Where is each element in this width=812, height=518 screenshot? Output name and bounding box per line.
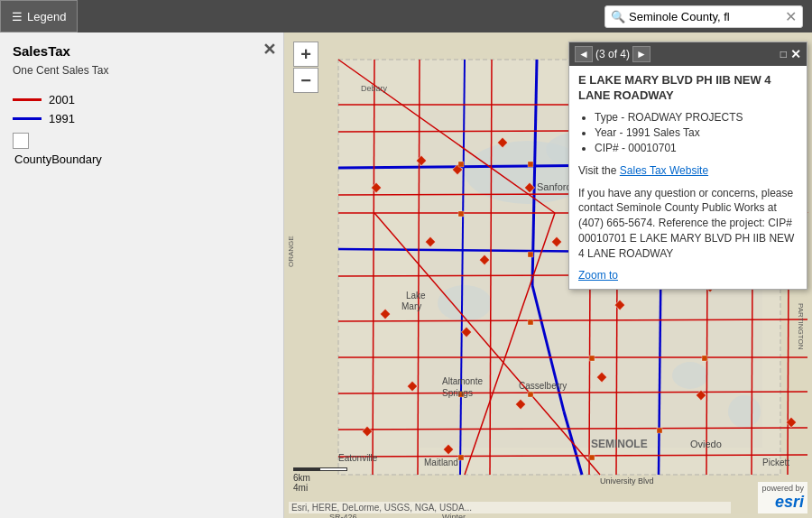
- svg-text:Mary: Mary: [401, 301, 421, 311]
- svg-text:Pickett: Pickett: [762, 458, 789, 467]
- svg-text:Debary: Debary: [361, 84, 388, 93]
- legend-boundary-row: [13, 133, 271, 149]
- svg-text:Eatonville: Eatonville: [338, 453, 378, 463]
- svg-text:SEMINOLE: SEMINOLE: [591, 438, 648, 450]
- popup-zoom-link[interactable]: Zoom to: [578, 269, 618, 282]
- svg-rect-65: [458, 162, 464, 167]
- sidebar-subtitle: One Cent Sales Tax: [0, 62, 283, 86]
- legend-label-1991: 1991: [49, 112, 75, 125]
- legend-boundary-label: CountyBoundary: [13, 153, 271, 166]
- svg-rect-78: [589, 455, 595, 460]
- legend-label-2001: 2001: [49, 93, 75, 106]
- sales-tax-link[interactable]: Sales Tax Website: [620, 164, 708, 177]
- popup-body: E LAKE MARY BLVD PH IIB NEW 4 LANE ROADW…: [569, 66, 807, 289]
- svg-rect-69: [458, 211, 464, 217]
- popup-nav-label: (3 of 4): [595, 48, 630, 60]
- svg-rect-64: [528, 162, 533, 167]
- powered-by-text: powered by: [761, 484, 804, 493]
- legend-icon: ☰: [12, 10, 23, 23]
- legend-line-red: [13, 98, 42, 101]
- attribution-text: Esri, HERE, DeLorme, USGS, NGA, USDA...: [289, 502, 731, 513]
- zoom-in-button[interactable]: +: [293, 42, 318, 67]
- svg-rect-73: [589, 356, 595, 361]
- search-input[interactable]: [629, 10, 781, 23]
- sidebar-title: SalesTax: [0, 32, 283, 62]
- popup-attribute-year: Year - 1991 Sales Tax: [595, 126, 798, 139]
- svg-rect-72: [528, 319, 533, 325]
- sidebar: ✕ SalesTax One Cent Sales Tax 2001 1991 …: [0, 32, 284, 518]
- svg-rect-77: [657, 428, 662, 433]
- popup-close-button[interactable]: ✕: [790, 47, 801, 61]
- popup-header: ◄ (3 of 4) ► □ ✕: [569, 42, 807, 66]
- zoom-out-button[interactable]: −: [293, 68, 318, 93]
- popup-title: E LAKE MARY BLVD PH IIB NEW 4 LANE ROADW…: [578, 73, 798, 104]
- popup-attribute-type: Type - ROADWAY PROJECTS: [595, 111, 798, 124]
- scale-km-label: 6km: [293, 473, 310, 483]
- header: ☰ Legend 🔍 ✕: [0, 0, 812, 32]
- svg-text:Lake: Lake: [406, 291, 426, 301]
- map-controls: + −: [293, 42, 318, 93]
- scale-bar: 6km 4mi: [293, 467, 347, 493]
- search-icon: 🔍: [611, 10, 625, 23]
- map-container: Sanford Orlando Sanford Intl Airport Lak…: [284, 32, 812, 518]
- popup-attributes-list: Type - ROADWAY PROJECTS Year - 1991 Sale…: [595, 111, 798, 154]
- svg-text:University Blvd: University Blvd: [600, 476, 654, 486]
- svg-rect-70: [528, 252, 533, 257]
- popup-next-button[interactable]: ►: [632, 46, 651, 62]
- esri-logo: powered by esri: [758, 482, 807, 513]
- clear-icon[interactable]: ✕: [785, 8, 797, 25]
- popup-attribute-cip: CIP# - 00010701: [595, 142, 798, 154]
- svg-text:Oviedo: Oviedo: [690, 439, 722, 449]
- svg-rect-75: [528, 392, 533, 397]
- close-sidebar-button[interactable]: ✕: [263, 40, 276, 60]
- svg-text:Springs: Springs: [442, 388, 473, 398]
- svg-text:Maitland: Maitland: [424, 458, 458, 467]
- popup-prev-button[interactable]: ◄: [575, 46, 593, 62]
- legend-box-boundary: [13, 133, 29, 149]
- popup-panel: ◄ (3 of 4) ► □ ✕ E LAKE MARY BLVD PH IIB…: [568, 42, 807, 290]
- scale-line: 6km 4mi: [293, 467, 347, 493]
- svg-text:ORANGE: ORANGE: [287, 236, 295, 267]
- popup-body-text: If you have any question or concerns, pl…: [578, 186, 798, 262]
- svg-text:Casselberry: Casselberry: [519, 381, 567, 391]
- esri-text: esri: [775, 493, 804, 512]
- popup-navigation: ◄ (3 of 4) ►: [575, 46, 651, 62]
- legend-item-2001: 2001: [13, 93, 271, 106]
- svg-text:Sanford: Sanford: [537, 181, 572, 192]
- legend-line-blue: [13, 117, 42, 120]
- scale-mi-label: 4mi: [293, 483, 308, 493]
- popup-visit-text: Visit the Sales Tax Website: [578, 163, 798, 179]
- svg-rect-79: [458, 455, 464, 460]
- popup-maximize-button[interactable]: □: [780, 48, 787, 60]
- svg-rect-74: [702, 356, 707, 361]
- svg-text:Altamonte: Altamonte: [442, 376, 483, 386]
- legend-section: 2001 1991 CountyBoundary: [0, 86, 283, 173]
- search-bar: 🔍 ✕: [604, 5, 803, 28]
- legend-item-1991: 1991: [13, 112, 271, 125]
- svg-text:PARTINGTON: PARTINGTON: [797, 303, 805, 350]
- legend-button[interactable]: ☰ Legend: [0, 0, 78, 32]
- legend-label: Legend: [27, 10, 66, 23]
